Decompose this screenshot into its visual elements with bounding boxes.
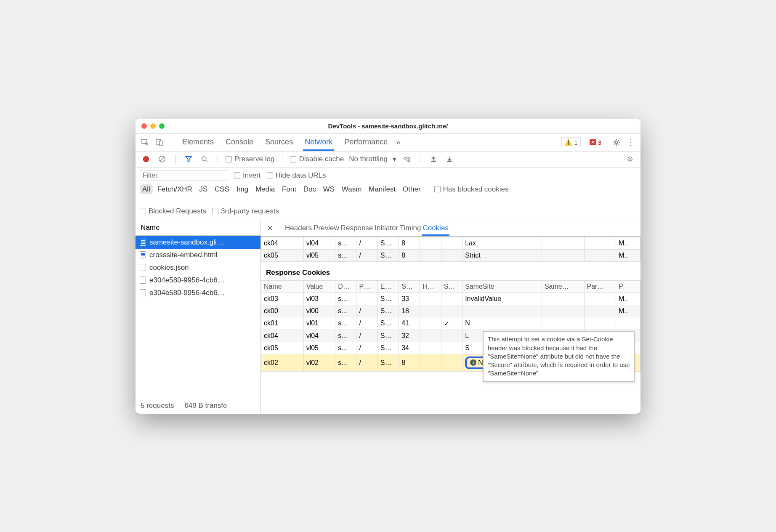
- type-filter-fetch-xhr[interactable]: Fetch/XHR: [155, 184, 195, 194]
- blocked-requests-checkbox[interactable]: Blocked Requests: [140, 207, 206, 215]
- minimize-window-button[interactable]: [150, 123, 156, 129]
- file-icon: [140, 239, 146, 246]
- warnings-badge[interactable]: ⚠️ 1: [561, 137, 580, 147]
- close-window-button[interactable]: [141, 123, 147, 129]
- detail-tab-cookies[interactable]: Cookies: [422, 221, 449, 236]
- type-filter-font[interactable]: Font: [279, 184, 299, 194]
- file-icon: [140, 251, 146, 258]
- type-filter-js[interactable]: JS: [197, 184, 210, 194]
- request-name: crosssite-embed.html: [149, 251, 218, 259]
- has-blocked-cookies-checkbox[interactable]: Has blocked cookies: [434, 185, 509, 194]
- response-cookies-heading: Response Cookies: [261, 262, 640, 280]
- column-header[interactable]: E…: [377, 280, 399, 293]
- main-tab-elements[interactable]: Elements: [181, 134, 215, 151]
- column-header[interactable]: Same…: [542, 280, 584, 293]
- type-filter-img[interactable]: Img: [234, 184, 251, 194]
- download-har-icon[interactable]: [444, 154, 455, 165]
- error-icon: ✕: [590, 139, 596, 145]
- settings-icon[interactable]: [611, 137, 622, 148]
- upload-har-icon[interactable]: [428, 154, 439, 165]
- disable-cache-checkbox[interactable]: Disable cache: [290, 155, 344, 163]
- device-toggle-icon[interactable]: [154, 137, 165, 148]
- preserve-log-checkbox[interactable]: Preserve log: [226, 155, 274, 163]
- kebab-menu-icon[interactable]: ⋮: [625, 137, 636, 148]
- file-icon: [140, 277, 146, 284]
- third-party-checkbox[interactable]: 3rd-party requests: [212, 207, 279, 215]
- window-title: DevTools - samesite-sandbox.glitch.me/: [136, 122, 640, 130]
- file-icon: [140, 264, 146, 271]
- info-icon: i: [470, 359, 476, 366]
- svg-point-8: [408, 160, 410, 162]
- filter-icon[interactable]: [183, 154, 194, 165]
- detail-tabs: ✕ HeadersPreviewResponseInitiatorTimingC…: [261, 220, 640, 237]
- cookie-row[interactable]: ck01vl01s…/S…41✓N: [261, 317, 640, 330]
- errors-badge[interactable]: ✕ 3: [587, 138, 604, 147]
- request-row[interactable]: e304e580-9956-4cb6…: [136, 287, 260, 299]
- inspect-icon[interactable]: [140, 137, 151, 148]
- svg-point-3: [615, 141, 618, 144]
- column-header[interactable]: P…: [356, 280, 377, 293]
- detail-tab-initiator[interactable]: Initiator: [374, 221, 399, 234]
- chevron-down-icon: ▾: [393, 155, 396, 164]
- column-header[interactable]: H…: [420, 280, 441, 293]
- filter-input[interactable]: [140, 170, 228, 181]
- record-button[interactable]: [141, 154, 151, 165]
- detail-tab-timing[interactable]: Timing: [399, 221, 422, 234]
- main-tabs: ElementsConsoleSourcesNetworkPerformance: [181, 134, 389, 151]
- main-tab-sources[interactable]: Sources: [263, 134, 295, 151]
- window-controls: [136, 123, 165, 129]
- request-row[interactable]: e304e580-9956-4cb6…: [136, 274, 260, 287]
- column-header[interactable]: Par…: [584, 280, 616, 293]
- type-filter-wasm[interactable]: Wasm: [339, 184, 364, 194]
- search-icon[interactable]: [199, 154, 210, 165]
- invert-checkbox[interactable]: Invert: [234, 171, 261, 180]
- hide-data-urls-checkbox[interactable]: Hide data URLs: [267, 171, 326, 180]
- maximize-window-button[interactable]: [159, 123, 165, 129]
- close-details-icon[interactable]: ✕: [265, 223, 275, 233]
- more-tabs-icon[interactable]: »: [393, 137, 404, 148]
- column-header[interactable]: S…: [399, 280, 420, 293]
- detail-tab-response[interactable]: Response: [340, 221, 374, 234]
- titlebar: DevTools - samesite-sandbox.glitch.me/: [136, 119, 640, 134]
- type-filter-all[interactable]: All: [140, 184, 153, 194]
- main-tab-performance[interactable]: Performance: [343, 134, 389, 151]
- column-header[interactable]: Value: [303, 280, 335, 293]
- cookie-row[interactable]: ck03vl03s…S…33InvalidValueM..: [261, 293, 640, 305]
- filter-row: Invert Hide data URLs: [136, 168, 640, 184]
- type-filter-media[interactable]: Media: [253, 184, 277, 194]
- error-count: 3: [598, 139, 601, 146]
- column-header[interactable]: P: [616, 280, 640, 293]
- column-header[interactable]: S…: [441, 280, 462, 293]
- main-tab-console[interactable]: Console: [224, 134, 255, 151]
- request-row[interactable]: cookies.json: [136, 261, 260, 274]
- request-details-panel: ✕ HeadersPreviewResponseInitiatorTimingC…: [261, 220, 640, 414]
- cookie-row[interactable]: ck05vl05s…/S…8StrictM..: [261, 249, 640, 261]
- cookie-row[interactable]: ck04vl04s…/S…8LaxM..: [261, 237, 640, 249]
- content-area: Name samesite-sandbox.gli…crosssite-embe…: [136, 220, 640, 414]
- type-filter-doc[interactable]: Doc: [301, 184, 319, 194]
- file-icon: [140, 289, 146, 296]
- throttling-select[interactable]: No throttling▾: [349, 155, 396, 164]
- detail-tab-headers[interactable]: Headers: [284, 221, 313, 234]
- type-filter-css[interactable]: CSS: [212, 184, 232, 194]
- column-header[interactable]: SameSite: [462, 280, 542, 293]
- detail-tab-preview[interactable]: Preview: [313, 221, 340, 234]
- type-filter-manifest[interactable]: Manifest: [366, 184, 398, 194]
- request-row[interactable]: crosssite-embed.html: [136, 249, 260, 261]
- clear-icon[interactable]: [157, 154, 167, 165]
- svg-line-5: [160, 157, 164, 161]
- column-header[interactable]: D…: [335, 280, 356, 293]
- column-header[interactable]: Name: [261, 280, 304, 293]
- type-filter-other[interactable]: Other: [400, 184, 423, 194]
- main-tab-network[interactable]: Network: [303, 134, 334, 151]
- cookies-table-top: ck04vl04s…/S…8LaxM..ck05vl05s…/S…8Strict…: [261, 237, 640, 262]
- request-row[interactable]: samesite-sandbox.gli…: [136, 236, 260, 249]
- type-filter-ws[interactable]: WS: [321, 184, 337, 194]
- network-settings-icon[interactable]: [625, 154, 635, 165]
- warning-icon: ⚠️: [564, 138, 572, 146]
- transfer-size: 649 B transfe: [179, 402, 232, 410]
- svg-point-6: [202, 157, 206, 161]
- network-conditions-icon[interactable]: [401, 154, 412, 165]
- cookie-row[interactable]: ck00vl00s…/S…18M..: [261, 305, 640, 317]
- status-bar: 5 requests 649 B transfe: [136, 398, 260, 414]
